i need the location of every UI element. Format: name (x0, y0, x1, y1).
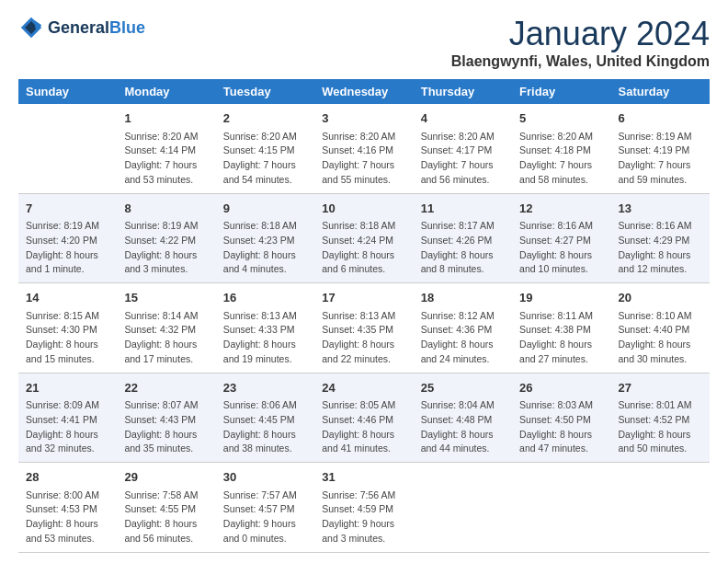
day-number: 12 (519, 200, 603, 218)
day-info: Sunrise: 8:13 AM Sunset: 4:35 PM Dayligh… (322, 309, 405, 367)
day-number: 15 (124, 289, 208, 307)
month-title: January 2024 (451, 15, 710, 53)
calendar-cell: 14Sunrise: 8:15 AM Sunset: 4:30 PM Dayli… (18, 283, 117, 373)
location-title: Blaengwynfi, Wales, United Kingdom (451, 53, 710, 70)
day-info: Sunrise: 8:20 AM Sunset: 4:14 PM Dayligh… (124, 130, 208, 188)
calendar-cell: 12Sunrise: 8:16 AM Sunset: 4:27 PM Dayli… (512, 193, 610, 283)
weekday-header: Saturday (611, 79, 710, 104)
calendar-week-row: 1Sunrise: 8:20 AM Sunset: 4:14 PM Daylig… (18, 104, 710, 193)
calendar-cell: 4Sunrise: 8:20 AM Sunset: 4:17 PM Daylig… (414, 104, 512, 193)
weekday-header: Monday (117, 79, 215, 104)
day-info: Sunrise: 8:14 AM Sunset: 4:32 PM Dayligh… (124, 309, 208, 367)
day-number: 7 (26, 200, 109, 218)
calendar-cell: 5Sunrise: 8:20 AM Sunset: 4:18 PM Daylig… (512, 104, 610, 193)
calendar-cell: 10Sunrise: 8:18 AM Sunset: 4:24 PM Dayli… (314, 193, 413, 283)
day-info: Sunrise: 8:17 AM Sunset: 4:26 PM Dayligh… (421, 219, 505, 277)
day-info: Sunrise: 8:19 AM Sunset: 4:20 PM Dayligh… (26, 219, 109, 277)
calendar-cell: 24Sunrise: 8:05 AM Sunset: 4:46 PM Dayli… (314, 373, 413, 463)
day-number: 20 (619, 289, 702, 307)
calendar-cell: 11Sunrise: 8:17 AM Sunset: 4:26 PM Dayli… (414, 193, 512, 283)
calendar-cell: 20Sunrise: 8:10 AM Sunset: 4:40 PM Dayli… (611, 283, 710, 373)
day-info: Sunrise: 8:20 AM Sunset: 4:18 PM Dayligh… (519, 130, 603, 188)
logo-general: General (48, 18, 109, 37)
calendar-cell: 3Sunrise: 8:20 AM Sunset: 4:16 PM Daylig… (314, 104, 413, 193)
day-number: 17 (322, 289, 405, 307)
weekday-header-row: SundayMondayTuesdayWednesdayThursdayFrid… (18, 79, 710, 104)
day-info: Sunrise: 8:20 AM Sunset: 4:17 PM Dayligh… (421, 130, 505, 188)
calendar-cell: 28Sunrise: 8:00 AM Sunset: 4:53 PM Dayli… (18, 463, 117, 553)
calendar-cell: 1Sunrise: 8:20 AM Sunset: 4:14 PM Daylig… (117, 104, 215, 193)
calendar-cell (18, 104, 117, 193)
day-info: Sunrise: 8:11 AM Sunset: 4:38 PM Dayligh… (519, 309, 603, 367)
day-number: 24 (322, 379, 405, 397)
day-info: Sunrise: 8:03 AM Sunset: 4:50 PM Dayligh… (519, 398, 603, 456)
day-info: Sunrise: 8:06 AM Sunset: 4:45 PM Dayligh… (223, 398, 307, 456)
day-number: 28 (26, 468, 109, 487)
calendar-cell: 6Sunrise: 8:19 AM Sunset: 4:19 PM Daylig… (611, 104, 710, 193)
weekday-header: Sunday (18, 79, 117, 104)
day-number: 26 (519, 379, 603, 397)
logo-icon (18, 15, 44, 40)
calendar-cell: 16Sunrise: 8:13 AM Sunset: 4:33 PM Dayli… (216, 283, 314, 373)
calendar-cell: 7Sunrise: 8:19 AM Sunset: 4:20 PM Daylig… (18, 193, 117, 283)
day-number: 29 (124, 468, 208, 487)
calendar-cell: 13Sunrise: 8:16 AM Sunset: 4:29 PM Dayli… (611, 193, 710, 283)
calendar-cell: 23Sunrise: 8:06 AM Sunset: 4:45 PM Dayli… (216, 373, 314, 463)
day-info: Sunrise: 8:15 AM Sunset: 4:30 PM Dayligh… (26, 309, 109, 367)
calendar-week-row: 7Sunrise: 8:19 AM Sunset: 4:20 PM Daylig… (18, 193, 710, 283)
day-info: Sunrise: 7:57 AM Sunset: 4:57 PM Dayligh… (223, 488, 307, 546)
weekday-header: Thursday (414, 79, 512, 104)
day-info: Sunrise: 8:18 AM Sunset: 4:24 PM Dayligh… (322, 219, 405, 277)
day-info: Sunrise: 8:20 AM Sunset: 4:16 PM Dayligh… (322, 130, 405, 188)
calendar-week-row: 21Sunrise: 8:09 AM Sunset: 4:41 PM Dayli… (18, 373, 710, 463)
calendar-cell: 25Sunrise: 8:04 AM Sunset: 4:48 PM Dayli… (414, 373, 512, 463)
weekday-header: Friday (512, 79, 610, 104)
day-number: 10 (322, 200, 405, 218)
logo-text: GeneralBlue (48, 18, 145, 38)
day-info: Sunrise: 8:16 AM Sunset: 4:29 PM Dayligh… (619, 219, 702, 277)
day-number: 13 (619, 200, 702, 218)
day-number: 2 (223, 109, 307, 128)
day-number: 9 (223, 200, 307, 218)
day-info: Sunrise: 8:05 AM Sunset: 4:46 PM Dayligh… (322, 398, 405, 456)
calendar-cell: 8Sunrise: 8:19 AM Sunset: 4:22 PM Daylig… (117, 193, 215, 283)
day-number: 6 (619, 109, 702, 128)
calendar-cell: 27Sunrise: 8:01 AM Sunset: 4:52 PM Dayli… (611, 373, 710, 463)
day-info: Sunrise: 8:12 AM Sunset: 4:36 PM Dayligh… (421, 309, 505, 367)
day-info: Sunrise: 7:56 AM Sunset: 4:59 PM Dayligh… (322, 488, 405, 546)
day-number: 18 (421, 289, 505, 307)
calendar-cell: 15Sunrise: 8:14 AM Sunset: 4:32 PM Dayli… (117, 283, 215, 373)
day-info: Sunrise: 8:18 AM Sunset: 4:23 PM Dayligh… (223, 219, 307, 277)
day-number: 19 (519, 289, 603, 307)
header: GeneralBlue January 2024 Blaengwynfi, Wa… (18, 15, 710, 70)
calendar-week-row: 28Sunrise: 8:00 AM Sunset: 4:53 PM Dayli… (18, 463, 710, 553)
day-info: Sunrise: 8:20 AM Sunset: 4:15 PM Dayligh… (223, 130, 307, 188)
day-number: 8 (124, 200, 208, 218)
day-number: 16 (223, 289, 307, 307)
calendar-cell: 30Sunrise: 7:57 AM Sunset: 4:57 PM Dayli… (216, 463, 314, 553)
calendar-cell: 29Sunrise: 7:58 AM Sunset: 4:55 PM Dayli… (117, 463, 215, 553)
day-number: 3 (322, 109, 405, 128)
calendar-cell (414, 463, 512, 553)
calendar-cell: 19Sunrise: 8:11 AM Sunset: 4:38 PM Dayli… (512, 283, 610, 373)
day-number: 4 (421, 109, 505, 128)
day-number: 23 (223, 379, 307, 397)
day-number: 14 (26, 289, 109, 307)
calendar-cell: 17Sunrise: 8:13 AM Sunset: 4:35 PM Dayli… (314, 283, 413, 373)
calendar-table: SundayMondayTuesdayWednesdayThursdayFrid… (18, 79, 710, 553)
day-number: 27 (619, 379, 702, 397)
day-number: 5 (519, 109, 603, 128)
calendar-cell: 2Sunrise: 8:20 AM Sunset: 4:15 PM Daylig… (216, 104, 314, 193)
day-number: 22 (124, 379, 208, 397)
day-info: Sunrise: 7:58 AM Sunset: 4:55 PM Dayligh… (124, 488, 208, 546)
calendar-cell: 21Sunrise: 8:09 AM Sunset: 4:41 PM Dayli… (18, 373, 117, 463)
calendar-cell: 18Sunrise: 8:12 AM Sunset: 4:36 PM Dayli… (414, 283, 512, 373)
day-info: Sunrise: 8:10 AM Sunset: 4:40 PM Dayligh… (619, 309, 702, 367)
weekday-header: Wednesday (314, 79, 413, 104)
calendar-cell: 9Sunrise: 8:18 AM Sunset: 4:23 PM Daylig… (216, 193, 314, 283)
logo-blue: Blue (109, 18, 145, 37)
weekday-header: Tuesday (216, 79, 314, 104)
day-number: 1 (124, 109, 208, 128)
calendar-cell: 31Sunrise: 7:56 AM Sunset: 4:59 PM Dayli… (314, 463, 413, 553)
day-info: Sunrise: 8:16 AM Sunset: 4:27 PM Dayligh… (519, 219, 603, 277)
